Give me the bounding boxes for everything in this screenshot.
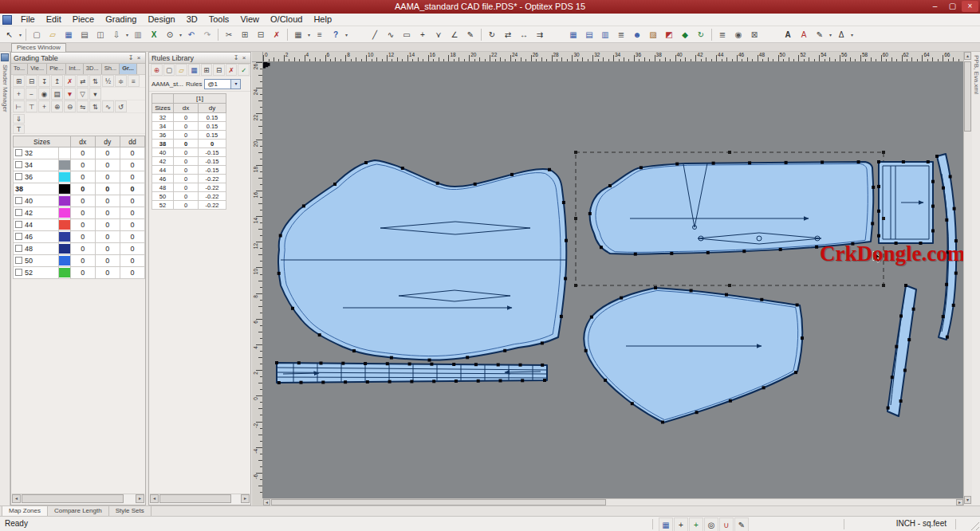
export-grading-icon[interactable]: ↥ [51, 75, 63, 87]
grading-point[interactable] [887, 407, 890, 410]
draw-curve-icon[interactable]: ∿ [383, 27, 399, 42]
cut-icon[interactable]: ✂ [221, 27, 237, 42]
grading-cell-dd[interactable]: 0 [120, 243, 144, 255]
grading-point[interactable] [608, 184, 612, 187]
pattern-piece-waistband-strip[interactable] [277, 363, 547, 383]
tab-pieces-window[interactable]: Pieces Window [11, 43, 66, 52]
grading-point[interactable] [725, 293, 728, 297]
grading-point[interactable] [801, 336, 804, 340]
size-visible-checkbox[interactable] [15, 269, 22, 276]
zoom-tool-dropdown[interactable]: ▾ [178, 32, 183, 37]
export-file-dropdown[interactable]: ▾ [124, 32, 130, 37]
size-color-swatch[interactable] [59, 196, 69, 206]
move-mode-icon[interactable]: + [674, 517, 688, 531]
grading-point[interactable] [690, 289, 693, 293]
rules-cell-dy[interactable]: -0.15 [199, 148, 226, 157]
rules-hscrollbar[interactable]: ◂ ▸ [150, 494, 250, 504]
pattern-piece-front-bodice[interactable] [278, 160, 566, 360]
grading-point[interactable] [474, 363, 478, 366]
close-icon[interactable]: × [240, 54, 248, 61]
grading-row-32[interactable]: 32000 [14, 148, 145, 159]
paste-icon[interactable]: ⊟ [253, 27, 269, 42]
set-base-size-icon[interactable]: ◉ [38, 88, 50, 100]
grading-cell-dx[interactable]: 0 [70, 195, 95, 207]
equalize-icon[interactable]: ≑ [115, 75, 127, 87]
chevron-down-icon[interactable]: ▾ [230, 80, 240, 88]
grading-cell-dy[interactable]: 0 [95, 148, 120, 159]
copy-table-icon[interactable]: ⊞ [13, 75, 25, 87]
grading-point[interactable] [302, 204, 305, 207]
grading-point[interactable] [366, 380, 369, 384]
grading-row-50[interactable]: 50000 [14, 255, 145, 267]
link-rule-icon[interactable]: ⊕ [151, 64, 163, 76]
grading-point[interactable] [949, 175, 952, 179]
pin-icon[interactable]: ↧ [232, 54, 240, 61]
grading-col-dy[interactable]: dy [95, 136, 120, 148]
menu-tools[interactable]: Tools [203, 14, 235, 26]
grading-row-36[interactable]: 36000 [14, 171, 145, 183]
size-color-swatch[interactable] [59, 268, 69, 277]
grading-point[interactable] [899, 314, 903, 317]
rotate-piece-icon[interactable]: ↻ [484, 27, 500, 42]
grading-point[interactable] [903, 369, 907, 372]
grading-point[interactable] [902, 160, 905, 163]
size-visible-checkbox[interactable] [15, 245, 22, 252]
grading-point[interactable] [821, 161, 824, 164]
print-icon[interactable]: ▤ [77, 27, 92, 42]
add-notch-icon[interactable]: ⋎ [431, 27, 447, 42]
grading-point[interactable] [675, 163, 679, 166]
grading-cell-dd[interactable]: 0 [120, 195, 144, 207]
grading-tab-2[interactable]: Pie... [47, 64, 66, 74]
bottom-tab-style-sets[interactable]: Style Sets [109, 506, 152, 516]
rules-row-44[interactable]: 440-0.15 [152, 166, 226, 175]
grading-point[interactable] [466, 356, 469, 359]
size-color-swatch[interactable] [59, 172, 69, 182]
grading-point[interactable] [503, 349, 506, 352]
grade-y-icon[interactable]: ⊤ [26, 100, 37, 112]
trace-tool-icon[interactable]: ✎ [462, 27, 478, 42]
rules-cell-dy[interactable]: 0.15 [199, 122, 226, 131]
pattern-piece-back-yoke[interactable] [590, 162, 874, 254]
grading-point[interactable] [275, 361, 278, 364]
scroll-down-icon[interactable]: ▾ [964, 496, 971, 504]
copy-icon[interactable]: ⊞ [237, 27, 253, 42]
grading-point[interactable] [729, 399, 732, 403]
grading-cell-dx[interactable]: 0 [70, 219, 95, 231]
rules-cell-dx[interactable]: 0 [174, 201, 199, 210]
grading-point[interactable] [452, 363, 455, 366]
rules-cell-size[interactable]: 44 [152, 166, 174, 175]
size-visible-checkbox[interactable] [15, 161, 22, 168]
size-visible-checkbox[interactable] [15, 257, 22, 264]
delta-grade-dropdown[interactable]: ▾ [849, 32, 855, 37]
grading-point[interactable] [794, 371, 797, 374]
scroll-right-icon[interactable]: ▸ [956, 499, 963, 505]
grading-cell-dx[interactable]: 0 [70, 183, 95, 195]
size-color-swatch[interactable] [59, 160, 69, 170]
grading-tab-0[interactable]: To... [11, 64, 28, 74]
size-color-icon[interactable]: ▼ [64, 88, 76, 100]
grading-row-48[interactable]: 48000 [14, 243, 145, 255]
grading-point[interactable] [945, 218, 948, 222]
paste-point-grade-icon[interactable]: ⊖ [64, 100, 76, 112]
grading-row-38[interactable]: 38000 [14, 183, 145, 195]
open-file-icon[interactable]: ▱ [45, 27, 61, 42]
excel-export-icon[interactable]: X [146, 27, 162, 42]
grading-cell-dd[interactable]: 0 [120, 267, 144, 279]
grading-point[interactable] [796, 304, 799, 307]
scroll-thumb[interactable] [964, 61, 971, 132]
flip-piece-icon[interactable]: ⇄ [500, 27, 516, 42]
grading-point[interactable] [946, 336, 949, 339]
grading-point[interactable] [497, 364, 500, 367]
walk-pieces-icon[interactable]: ⇉ [532, 27, 548, 42]
rules-row-34[interactable]: 3400.15 [152, 122, 226, 131]
rules-cell-dy[interactable]: 0.15 [199, 131, 226, 140]
canvas-hscrollbar[interactable]: ◂ ▸ [263, 498, 963, 505]
apply-rule-icon[interactable]: ✓ [238, 64, 250, 76]
grading-cell-dy[interactable]: 0 [95, 195, 120, 207]
grading-cell-dd[interactable]: 0 [120, 159, 144, 171]
add-mode-icon[interactable]: + [689, 517, 703, 531]
rules-col-dx[interactable]: dx [174, 104, 199, 113]
grading-tab-4[interactable]: 3D... [84, 64, 102, 74]
grading-point[interactable] [742, 250, 746, 253]
scroll-thumb[interactable] [159, 494, 231, 503]
